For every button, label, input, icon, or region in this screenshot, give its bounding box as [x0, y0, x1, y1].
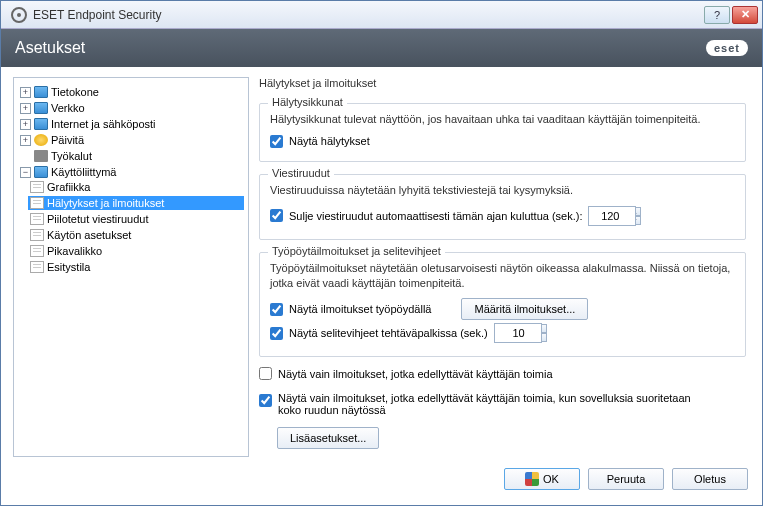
collapse-icon[interactable]: − — [20, 167, 31, 178]
only-user-action-label: Näytä vain ilmoitukset, jotka edellyttäv… — [278, 368, 553, 380]
expand-spacer — [20, 151, 31, 162]
group-title: Hälytysikkunat — [268, 96, 347, 108]
group-alert-windows: Hälytysikkunat Hälytysikkunat tulevat nä… — [259, 103, 746, 162]
only-user-action-fullscreen-checkbox[interactable] — [259, 394, 272, 407]
tree-node-verkko[interactable]: +Verkko — [18, 101, 244, 115]
tree-node-esitystila[interactable]: Esitystila — [28, 260, 244, 274]
monitor-icon — [34, 86, 48, 98]
ok-button[interactable]: OK — [504, 468, 580, 490]
page-icon — [30, 197, 44, 209]
group-title: Työpöytäilmoitukset ja selitevihjeet — [268, 245, 445, 257]
default-button[interactable]: Oletus — [672, 468, 748, 490]
cancel-button[interactable]: Peruuta — [588, 468, 664, 490]
app-icon — [11, 7, 27, 23]
content-panel: Hälytykset ja ilmoitukset Hälytysikkunat… — [259, 77, 750, 457]
only-user-action-checkbox[interactable] — [259, 367, 272, 380]
help-button[interactable]: ? — [704, 6, 730, 24]
autoclose-checkbox[interactable] — [270, 209, 283, 222]
tree-node-kayton-asetukset[interactable]: Käytön asetukset — [28, 228, 244, 242]
brand-badge: eset — [706, 40, 748, 56]
page-title: Hälytykset ja ilmoitukset — [259, 77, 746, 89]
tree-node-tyokalut[interactable]: Työkalut — [18, 149, 244, 163]
expand-icon[interactable]: + — [20, 119, 31, 130]
tree-node-internet[interactable]: +Internet ja sähköposti — [18, 117, 244, 131]
refresh-icon — [34, 134, 48, 146]
titlebar-text: ESET Endpoint Security — [33, 8, 704, 22]
show-desktop-notif-checkbox[interactable] — [270, 303, 283, 316]
page-icon — [30, 229, 44, 241]
group-desc: Viestiruuduissa näytetään lyhyitä teksti… — [270, 183, 735, 198]
page-icon — [30, 213, 44, 225]
autoclose-label: Sulje viestiruudut automaattisesti tämän… — [289, 210, 582, 222]
tree-node-paivita[interactable]: +Päivitä — [18, 133, 244, 147]
expand-icon[interactable]: + — [20, 135, 31, 146]
monitor-icon — [34, 102, 48, 114]
footer: OK Peruuta Oletus — [1, 463, 762, 505]
group-desktop-notifications: Työpöytäilmoitukset ja selitevihjeet Työ… — [259, 252, 746, 358]
tree-node-kayttoliittyma[interactable]: −Käyttöliittymä — [18, 165, 244, 179]
body: +Tietokone +Verkko +Internet ja sähköpos… — [1, 67, 762, 463]
tree-node-pikavalikko[interactable]: Pikavalikko — [28, 244, 244, 258]
nav-tree[interactable]: +Tietokone +Verkko +Internet ja sähköpos… — [13, 77, 249, 457]
tree-node-piilotetut[interactable]: Piilotetut viestiruudut — [28, 212, 244, 226]
show-alerts-checkbox[interactable] — [270, 135, 283, 148]
page-icon — [30, 245, 44, 257]
configure-notifications-button[interactable]: Määritä ilmoitukset... — [461, 298, 588, 320]
window: ESET Endpoint Security ? ✕ Asetukset ese… — [0, 0, 763, 506]
monitor-icon — [34, 166, 48, 178]
autoclose-seconds-input[interactable] — [588, 206, 636, 226]
titlebar-buttons: ? ✕ — [704, 6, 758, 24]
tree-node-halytykset[interactable]: Hälytykset ja ilmoitukset — [28, 196, 244, 210]
close-button[interactable]: ✕ — [732, 6, 758, 24]
expand-icon[interactable]: + — [20, 103, 31, 114]
page-icon — [30, 261, 44, 273]
group-title: Viestiruudut — [268, 167, 334, 179]
group-desc: Hälytysikkunat tulevat näyttöön, jos hav… — [270, 112, 735, 127]
group-message-boxes: Viestiruudut Viestiruuduissa näytetään l… — [259, 174, 746, 240]
expand-icon[interactable]: + — [20, 87, 31, 98]
tools-icon — [34, 150, 48, 162]
monitor-icon — [34, 118, 48, 130]
show-tooltips-label: Näytä selitevihjeet tehtäväpalkissa (sek… — [289, 327, 488, 339]
show-tooltips-checkbox[interactable] — [270, 327, 283, 340]
advanced-settings-button[interactable]: Lisäasetukset... — [277, 427, 379, 449]
header: Asetukset eset — [1, 29, 762, 67]
show-alerts-label: Näytä hälytykset — [289, 135, 370, 147]
titlebar: ESET Endpoint Security ? ✕ — [1, 1, 762, 29]
tree-node-tietokone[interactable]: +Tietokone — [18, 85, 244, 99]
tree-node-grafiikka[interactable]: Grafiikka — [28, 180, 244, 194]
only-user-action-fullscreen-label: Näytä vain ilmoitukset, jotka edellyttäv… — [278, 392, 708, 416]
page-icon — [30, 181, 44, 193]
shield-icon — [525, 472, 539, 486]
show-desktop-notif-label: Näytä ilmoitukset työpöydällä — [289, 303, 431, 315]
tooltip-seconds-input[interactable] — [494, 323, 542, 343]
header-title: Asetukset — [15, 39, 706, 57]
group-desc: Työpöytäilmoitukset näytetään oletusarvo… — [270, 261, 735, 291]
